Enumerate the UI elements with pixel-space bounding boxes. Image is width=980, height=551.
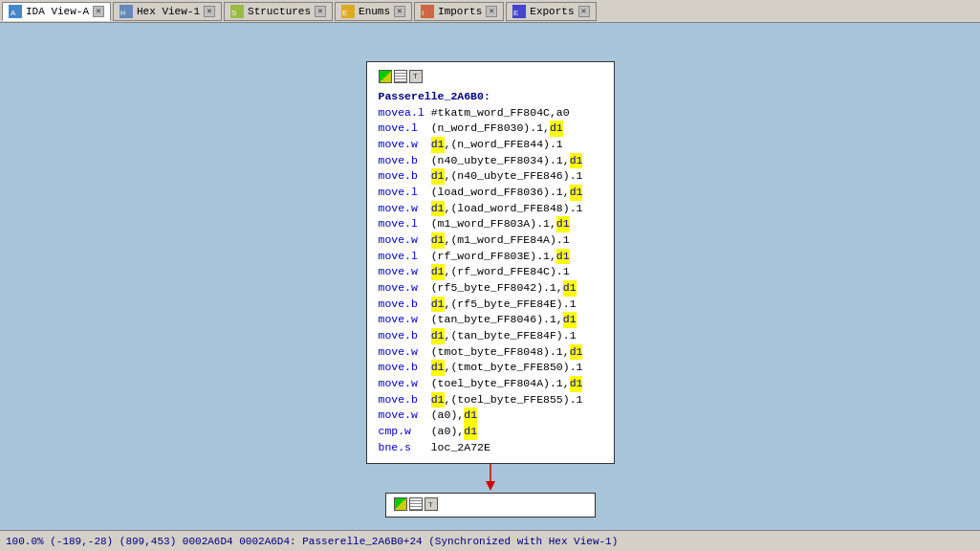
code-line-14: move.b d1,(tan_byte_FFE84F).1 — [379, 328, 602, 344]
code-line-12: move.b d1,(rf5_byte_FFE84E).1 — [379, 297, 602, 313]
secondary-color-icon[interactable] — [394, 497, 407, 511]
tab-hex-close[interactable]: ✕ — [204, 6, 215, 17]
status-bar: 100.0% (-189,-28) (899,453) 0002A6D4 000… — [0, 530, 980, 551]
secondary-text-icon[interactable]: T — [425, 497, 438, 511]
enum-icon: E — [341, 5, 355, 18]
code-line-7: move.l (m1_word_FF803A).1,d1 — [379, 216, 602, 232]
secondary-grid-icon[interactable] — [409, 497, 423, 511]
ida-icon: A — [9, 5, 22, 18]
tab-imports-close[interactable]: ✕ — [486, 6, 497, 17]
color-icon[interactable] — [379, 70, 392, 83]
tab-enums-close[interactable]: ✕ — [394, 6, 405, 17]
svg-marker-13 — [486, 481, 495, 491]
code-line-15: move.w (tmot_byte_FF8048).1,d1 — [379, 344, 602, 361]
code-line-9: move.l (rf_word_FF803E).1,d1 — [379, 249, 602, 265]
code-line-1: move.l (n_word_FF8030).1,d1 — [379, 121, 602, 137]
tab-enums-label: Enums — [359, 6, 390, 17]
svg-text:E: E — [342, 9, 347, 17]
tab-bar: A IDA View-A ✕ H Hex View-1 ✕ S Structur… — [0, 0, 980, 23]
tab-exports-close[interactable]: ✕ — [578, 6, 590, 17]
svg-text:S: S — [231, 9, 236, 17]
tab-structures-label: Structures — [248, 6, 311, 17]
svg-text:H: H — [120, 10, 125, 16]
tab-ida-view-a[interactable]: A IDA View-A ✕ — [2, 2, 111, 21]
code-line-10: move.w d1,(rf_word_FFE84C).1 — [379, 264, 602, 280]
code-line-6: move.w d1,(load_word_FFE848).1 — [379, 201, 602, 217]
code-line-3: move.b (n40_ubyte_FF8034).1,d1 — [379, 153, 602, 169]
primary-code-block: T Passerelle_2A6B0: movea.l #tkatm_word_… — [366, 61, 615, 464]
tab-ida-label: IDA View-A — [26, 6, 89, 17]
main-content: T Passerelle_2A6B0: movea.l #tkatm_word_… — [0, 23, 980, 530]
secondary-code-block: T — [385, 493, 596, 518]
tab-exports-label: Exports — [530, 6, 574, 17]
code-line-moveal: movea.l #tkatm_word_FF804C,a0 — [379, 105, 602, 121]
tab-hex-view-1[interactable]: H Hex View-1 ✕ — [113, 2, 222, 21]
code-line-11: move.w (rf5_byte_FF8042).1,d1 — [379, 280, 602, 297]
status-text: 100.0% (-189,-28) (899,453) 0002A6D4 000… — [6, 536, 618, 547]
text-icon[interactable]: T — [409, 70, 423, 83]
tab-exports[interactable]: E Exports ✕ — [506, 2, 596, 21]
exports-icon: E — [512, 5, 526, 18]
code-line-4: move.b d1,(n40_ubyte_FFE846).1 — [379, 168, 602, 185]
tab-imports-label: Imports — [438, 6, 482, 17]
imports-icon: I — [421, 5, 434, 18]
code-line-21: bne.s loc_2A72E — [379, 440, 602, 456]
code-line-18: move.b d1,(toel_byte_FFE855).1 — [379, 392, 602, 408]
code-line-5: move.l (load_word_FF8036).1,d1 — [379, 185, 602, 201]
code-line-2: move.w d1,(n_word_FFE844).1 — [379, 137, 602, 153]
tab-imports[interactable]: I Imports ✕ — [414, 2, 504, 21]
flow-arrow — [481, 464, 500, 493]
svg-text:I: I — [422, 9, 424, 17]
svg-text:A: A — [11, 9, 16, 17]
grid-icon[interactable] — [394, 70, 407, 83]
tab-struct-close[interactable]: ✕ — [315, 6, 326, 17]
secondary-toolbar: T — [394, 497, 587, 511]
struct-icon: S — [230, 5, 244, 18]
code-line-17: move.w (toel_byte_FF804A).1,d1 — [379, 376, 602, 392]
tab-enums[interactable]: E Enums ✕ — [335, 2, 412, 21]
tab-structures[interactable]: S Structures ✕ — [224, 2, 333, 21]
tab-hex-label: Hex View-1 — [137, 6, 200, 17]
code-line-19: move.w (a0),d1 — [379, 408, 602, 424]
code-line-8: move.w d1,(m1_word_FFE84A).1 — [379, 232, 602, 249]
hex-icon: H — [120, 5, 133, 18]
code-line-20: cmp.w (a0),d1 — [379, 424, 602, 440]
svg-text:E: E — [513, 9, 518, 17]
label-passerelle: Passerelle_2A6B0: — [379, 89, 602, 105]
code-line-16: move.b d1,(tmot_byte_FFE850).1 — [379, 360, 602, 376]
tab-ida-close[interactable]: ✕ — [93, 6, 104, 17]
code-block-toolbar: T — [379, 70, 602, 83]
code-line-13: move.w (tan_byte_FF8046).1,d1 — [379, 312, 602, 328]
